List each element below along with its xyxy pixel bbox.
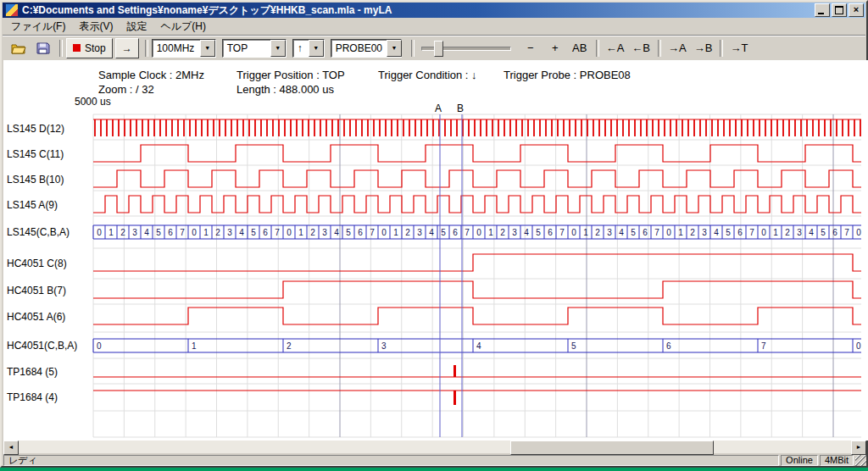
channel-comb: LS145 D(12) — [7, 119, 861, 136]
app-icon — [5, 3, 19, 17]
bus-value: 7 — [761, 341, 766, 351]
desktop: { "window": { "title": "C:¥Documents and… — [0, 0, 868, 471]
bus-value: 0 — [192, 228, 197, 237]
stop-button[interactable]: Stop — [66, 38, 113, 58]
zoom-out-button[interactable]: − — [519, 38, 542, 58]
channel-square: HC4051 B(7) — [7, 281, 861, 298]
bus-value: 1 — [393, 228, 398, 237]
bus-value: 5 — [156, 228, 161, 237]
chevron-down-icon[interactable]: ▼ — [200, 40, 215, 57]
zoom-ab-button[interactable]: AB — [568, 38, 592, 58]
channel-label: HC4051(C,B,A) — [7, 340, 77, 352]
app-window: C:¥Documents and Settings¥noname¥デスクトップ¥… — [0, 0, 868, 468]
open-folder-icon — [11, 42, 26, 54]
channel-bus: LS145(C,B,A)0123456701234567012345670123… — [7, 225, 861, 239]
run-button[interactable]: → — [115, 38, 139, 58]
channel-bus: HC4051(C,B,A)012345670 — [7, 339, 861, 352]
close-button[interactable]: × — [849, 3, 864, 17]
bus-value: 0 — [381, 228, 387, 237]
maximize-icon — [835, 6, 843, 14]
bus-value: 0 — [476, 228, 481, 237]
bus-value: 4 — [429, 228, 434, 237]
toolbar-separator — [658, 40, 661, 57]
channel-label: LS145 C(11) — [7, 148, 64, 160]
bus-value: 6 — [358, 228, 363, 237]
channel-label: LS145 D(12) — [7, 123, 64, 135]
goto-cursor-a-right-button[interactable]: →A — [665, 38, 690, 58]
trigger-position-info: Trigger Position : TOP — [236, 69, 345, 81]
bus-value: 5 — [251, 228, 256, 237]
scroll-left-icon[interactable]: ◄ — [3, 441, 19, 455]
window-title: C:¥Documents and Settings¥noname¥デスクトップ¥… — [22, 3, 813, 18]
goto-cursor-b-left-button[interactable]: ←B — [628, 38, 654, 58]
channel-square: HC4051 C(8) — [7, 254, 861, 271]
bus-value: 6 — [643, 228, 648, 237]
status-ready-text: レディ — [3, 455, 779, 466]
zoom-info: Zoom : / 32 — [98, 83, 154, 96]
toolbar: Stop → 100MHz ▼ TOP ▼ ↑ ▼ PROBE00 ▼ − + … — [3, 35, 865, 60]
channel-label: HC4051 A(6) — [7, 311, 65, 323]
horizontal-scrollbar[interactable]: ◄ ► — [3, 441, 866, 453]
minimize-icon — [818, 13, 824, 14]
zoom-in-button[interactable]: + — [543, 38, 567, 58]
toolbar-separator — [411, 40, 415, 57]
bus-value: 2 — [690, 228, 695, 237]
trigger-edge-select[interactable]: ↑ ▼ — [292, 39, 325, 58]
channel-pulse: TP1684 (5) — [7, 365, 861, 378]
open-button[interactable] — [7, 38, 31, 58]
bus-value: 7 — [844, 228, 849, 237]
chevron-down-icon[interactable]: ▼ — [309, 40, 324, 57]
bus-value: 6 — [737, 228, 743, 237]
bus-value: 7 — [275, 228, 280, 237]
maximize-button[interactable] — [832, 3, 847, 17]
trigger-probe-select[interactable]: PROBE00 ▼ — [331, 39, 402, 58]
bus-value: 0 — [287, 228, 292, 237]
bus-value: 7 — [180, 228, 185, 237]
bus-value: 0 — [666, 228, 671, 237]
chevron-down-icon[interactable]: ▼ — [270, 40, 286, 57]
bus-value: 3 — [797, 228, 802, 237]
bus-value: 1 — [298, 228, 303, 237]
menubar: ファイル(F) 表示(V) 設定 ヘルプ(H) — [3, 18, 865, 35]
bus-value: 4 — [144, 228, 149, 237]
goto-cursor-a-left-button[interactable]: ←A — [603, 38, 628, 58]
toolbar-separator — [145, 40, 148, 57]
sample-clock-select[interactable]: 100MHz ▼ — [152, 39, 216, 58]
bus-value: 4 — [619, 228, 624, 237]
scrollbar-track[interactable] — [19, 441, 851, 453]
toolbar-separator — [596, 40, 599, 57]
bus-value: 1 — [773, 228, 778, 237]
bus-value: 3 — [417, 228, 422, 237]
menu-view[interactable]: 表示(V) — [72, 18, 120, 36]
menu-settings[interactable]: 設定 — [120, 18, 153, 36]
bus-value: 7 — [654, 228, 659, 237]
bus-value: 0 — [761, 228, 766, 237]
cursor-label-b: B — [457, 103, 464, 114]
save-button[interactable] — [31, 38, 55, 58]
menu-help[interactable]: ヘルプ(H) — [153, 18, 213, 36]
channel-label: LS145 B(10) — [7, 174, 64, 186]
bus-value: 7 — [465, 228, 470, 237]
goto-cursor-b-right-button[interactable]: →B — [691, 38, 716, 58]
signal-trace — [93, 145, 861, 162]
chevron-down-icon[interactable]: ▼ — [387, 40, 402, 57]
zoom-slider-thumb[interactable] — [434, 41, 443, 57]
bus-value: 4 — [334, 228, 339, 237]
bus-value: 1 — [108, 228, 114, 237]
menu-file[interactable]: ファイル(F) — [4, 18, 72, 36]
minimize-button[interactable] — [815, 3, 830, 17]
trigger-position-select[interactable]: TOP ▼ — [222, 39, 287, 58]
waveform-plot[interactable]: LS145 D(12)LS145 C(11)LS145 B(10)LS145 A… — [2, 100, 868, 439]
scroll-right-icon[interactable]: ► — [851, 441, 866, 455]
bus-value: 6 — [168, 228, 173, 237]
bus-value: 5 — [821, 228, 826, 237]
bus-value: 7 — [370, 228, 375, 237]
channel-label: TP1684 (4) — [7, 391, 58, 403]
trigger-probe-info: Trigger Probe : PROBE08 — [504, 69, 631, 81]
zoom-slider[interactable] — [421, 39, 511, 58]
goto-trigger-button[interactable]: →T — [726, 38, 751, 58]
scrollbar-thumb[interactable] — [510, 441, 714, 455]
bus-value: 1 — [192, 341, 197, 351]
channel-label: HC4051 C(8) — [7, 258, 67, 269]
resize-grip[interactable] — [855, 455, 866, 466]
